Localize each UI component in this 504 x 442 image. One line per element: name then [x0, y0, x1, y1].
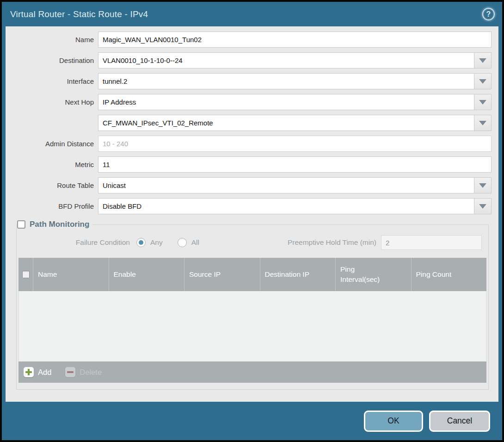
next-hop-type-input[interactable]: [98, 94, 492, 110]
failure-condition-option-any[interactable]: Any: [136, 238, 163, 247]
metric-row: Metric: [6, 156, 492, 173]
next-hop-address-row: [6, 115, 492, 131]
column-header-name: Name: [33, 258, 109, 291]
failure-condition-row: Failure Condition Any All Preemptive Hol…: [18, 235, 482, 250]
static-route-dialog: Virtual Router - Static Route - IPv4 ? N…: [0, 0, 504, 442]
admin-distance-row: Admin Distance: [6, 136, 492, 152]
column-header-ping-count: Ping Count: [412, 258, 487, 291]
bfd-profile-dropdown-button[interactable]: [474, 198, 492, 214]
route-table-row: Route Table: [6, 177, 492, 193]
next-hop-row: Next Hop: [6, 94, 492, 110]
name-row: Name: [6, 31, 492, 48]
column-header-destination-ip: Destination IP: [260, 258, 336, 291]
name-label: Name: [6, 36, 98, 44]
next-hop-dropdown-button[interactable]: [474, 94, 492, 110]
add-button[interactable]: Add: [24, 367, 51, 377]
path-monitoring-legend: Path Monitoring: [17, 220, 93, 229]
interface-field-wrap: [98, 73, 492, 89]
interface-row: Interface: [6, 73, 492, 89]
dialog-content: Name Destination Interface: [6, 26, 498, 402]
failure-condition-label: Failure Condition: [18, 238, 136, 247]
bfd-profile-label: BFD Profile: [6, 202, 98, 210]
chevron-down-icon: [479, 204, 486, 209]
failure-condition-option-all[interactable]: All: [178, 238, 199, 247]
table-body-empty: [18, 291, 486, 361]
interface-input[interactable]: [98, 73, 492, 89]
title-bar: Virtual Router - Static Route - IPv4 ?: [2, 2, 502, 26]
interface-dropdown-button[interactable]: [474, 73, 492, 89]
chevron-down-icon: [479, 183, 486, 188]
destination-row: Destination: [6, 52, 492, 68]
next-hop-address-input[interactable]: [98, 115, 492, 131]
radio-any-label: Any: [150, 238, 163, 247]
chevron-down-icon: [479, 79, 486, 84]
name-input[interactable]: [98, 31, 492, 48]
dialog-title: Virtual Router - Static Route - IPv4: [10, 9, 148, 19]
bfd-profile-field-wrap: [98, 198, 492, 214]
preemptive-hold-time-label: Preemptive Hold Time (min): [214, 238, 381, 247]
name-field-wrap: [98, 31, 492, 48]
next-hop-address-field-wrap: [98, 115, 492, 131]
radio-any-icon[interactable]: [136, 238, 146, 247]
delete-button-label: Delete: [80, 368, 102, 377]
route-table-field-wrap: [98, 177, 492, 193]
column-header-ping-interval: Ping Interval(sec): [336, 258, 412, 291]
radio-all-icon[interactable]: [178, 238, 187, 247]
chevron-down-icon: [479, 100, 486, 105]
delete-icon: [65, 367, 75, 377]
route-table-input[interactable]: [98, 177, 492, 193]
bfd-profile-row: BFD Profile: [6, 198, 492, 214]
path-monitoring-section: Path Monitoring Failure Condition Any Al…: [16, 220, 489, 390]
interface-label: Interface: [6, 77, 98, 85]
route-table-label: Route Table: [6, 181, 98, 189]
add-button-label: Add: [38, 368, 51, 377]
delete-button[interactable]: Delete: [65, 367, 102, 377]
cancel-button[interactable]: Cancel: [429, 411, 490, 432]
bfd-profile-input[interactable]: [98, 198, 492, 214]
route-table-dropdown-button[interactable]: [474, 177, 492, 193]
destination-dropdown-button[interactable]: [474, 52, 492, 68]
admin-distance-field-wrap: [98, 136, 492, 152]
next-hop-field-wrap: [98, 94, 492, 110]
table-toolbar: Add Delete: [18, 361, 486, 383]
metric-field-wrap: [98, 156, 492, 173]
next-hop-address-dropdown-button[interactable]: [474, 115, 492, 131]
add-icon: [24, 367, 34, 377]
radio-all-label: All: [191, 238, 199, 247]
preemptive-hold-time-input[interactable]: [381, 235, 482, 250]
metric-input[interactable]: [98, 156, 492, 173]
destination-field-wrap: [98, 52, 492, 68]
destination-input[interactable]: [98, 52, 492, 68]
metric-label: Metric: [6, 161, 98, 168]
dialog-footer: OK Cancel: [2, 402, 502, 440]
destination-label: Destination: [6, 56, 98, 64]
table-header: Name Enable Source IP Destination IP Pin…: [18, 258, 486, 291]
help-icon[interactable]: ?: [482, 8, 495, 20]
next-hop-label: Next Hop: [6, 98, 98, 106]
chevron-down-icon: [479, 121, 486, 125]
path-monitoring-title: Path Monitoring: [30, 220, 89, 229]
ok-button[interactable]: OK: [364, 411, 423, 432]
admin-distance-label: Admin Distance: [6, 140, 98, 148]
path-monitoring-table: Name Enable Source IP Destination IP Pin…: [18, 258, 486, 383]
path-monitoring-checkbox[interactable]: [17, 220, 25, 229]
column-header-enable: Enable: [109, 258, 185, 291]
select-all-checkbox[interactable]: [22, 271, 30, 278]
admin-distance-input[interactable]: [98, 136, 492, 152]
table-header-checkbox-cell: [18, 258, 33, 291]
column-header-source-ip: Source IP: [184, 258, 260, 291]
chevron-down-icon: [479, 58, 486, 63]
